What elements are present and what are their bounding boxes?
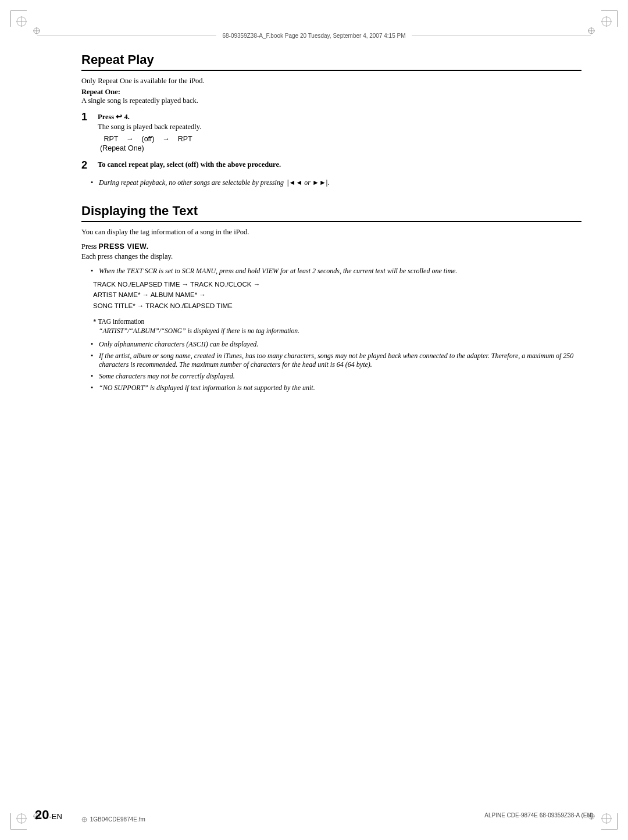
- step-1-content: Press ↩ 4. The song is played back repea…: [98, 112, 581, 153]
- reg-mark-br: [600, 812, 613, 825]
- step-1-desc: The song is played back repeatedly.: [98, 123, 581, 131]
- track-display-lines: TRACK NO./ELAPSED TIME → TRACK NO./CLOCK…: [93, 279, 581, 311]
- step-2-title: To cancel repeat play, select (off) with…: [98, 160, 581, 169]
- footer-file: 1GB04CDE9874E.fm: [81, 816, 145, 823]
- asterisk-label: * TAG information: [93, 317, 581, 326]
- footer-right: ALPINE CDE-9874E 68-09359Z38-A (EN): [484, 812, 593, 818]
- bullet-itunes: If the artist, album or song name, creat…: [91, 352, 581, 369]
- header-line-left: [37, 35, 216, 36]
- bullet-ascii: Only alphanumeric characters (ASCII) can…: [91, 340, 581, 349]
- repeat-play-intro: Only Repeat One is available for the iPo…: [81, 77, 581, 85]
- reg-mark-bl: [15, 812, 28, 825]
- main-content: Repeat Play Only Repeat One is available…: [81, 52, 581, 782]
- header-text: 68-09359Z38-A_F.book Page 20 Tuesday, Se…: [219, 33, 409, 39]
- step-1-number: 1: [81, 111, 98, 123]
- footer-left: 20-EN: [35, 807, 62, 823]
- track-line-1: TRACK NO./ELAPSED TIME → TRACK NO./CLOCK…: [93, 279, 581, 289]
- bullet-nosupport: “NO SUPPORT” is displayed if text inform…: [91, 384, 581, 392]
- reg-mark-tl: [15, 15, 28, 28]
- repeat-play-section: Repeat Play Only Repeat One is available…: [81, 52, 581, 187]
- press-view-label: Press Press VIEW.: [81, 242, 581, 251]
- bullet-chars: Some characters may not be correctly dis…: [91, 372, 581, 381]
- displaying-text-heading: Displaying the Text: [81, 203, 581, 222]
- track-line-2: ARTIST NAME* → ALBUM NAME* →: [93, 289, 581, 300]
- press-view-block: Press Press VIEW. Each press changes the…: [81, 242, 581, 261]
- each-press-desc: Each press changes the display.: [81, 252, 581, 261]
- step-1-title: Press ↩ 4.: [98, 112, 581, 121]
- repeat-one-label: Repeat One:: [81, 88, 581, 96]
- header-bar: 68-09359Z38-A_F.book Page 20 Tuesday, Se…: [35, 30, 593, 41]
- step-2: 2 To cancel repeat play, select (off) wi…: [81, 160, 581, 171]
- text-scr-bullet: When the TEXT SCR is set to SCR MANU, pr…: [91, 267, 581, 276]
- asterisk-desc: “ARTIST”/“ALBUM”/“SONG” is displayed if …: [99, 327, 581, 334]
- repeat-one-desc: A single song is repeatedly played back.: [81, 96, 581, 105]
- track-line-3: SONG TITLE* → TRACK NO./ELAPSED TIME: [93, 301, 581, 311]
- rpt-repeat: (Repeat One): [100, 144, 581, 152]
- repeat-play-heading: Repeat Play: [81, 52, 581, 71]
- header-line-right: [412, 35, 591, 36]
- footer: 20-EN 1GB04CDE9874E.fm ALPINE CDE-9874E …: [35, 807, 593, 823]
- displaying-text-section: Displaying the Text You can display the …: [81, 203, 581, 392]
- nav-icons: |◄◄ or ►►|.: [286, 178, 329, 187]
- reg-mark-tr: [600, 15, 613, 28]
- step-2-content: To cancel repeat play, select (off) with…: [98, 160, 581, 170]
- repeat-bullet-1: During repeat playback, no other songs a…: [91, 178, 581, 187]
- displaying-text-intro: You can display the tag information of a…: [81, 228, 581, 237]
- page-number: 20-EN: [35, 807, 62, 823]
- step-2-number: 2: [81, 159, 98, 171]
- page: 68-09359Z38-A_F.book Page 20 Tuesday, Se…: [0, 0, 628, 840]
- step-1: 1 Press ↩ 4. The song is played back rep…: [81, 112, 581, 153]
- rpt-line: RPT → (off) → RPT: [98, 135, 581, 143]
